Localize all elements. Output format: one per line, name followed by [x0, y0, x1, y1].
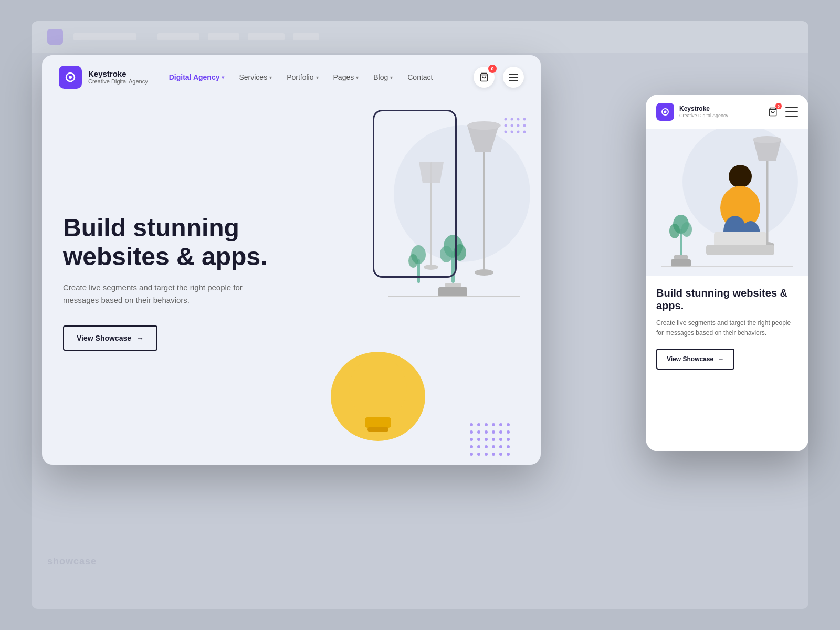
desktop-navbar: Keystroke Creative Digital Agency Digita…: [42, 55, 541, 99]
bg-showcase-text: showcase: [47, 556, 97, 567]
svg-point-5: [69, 76, 72, 79]
svg-point-49: [507, 438, 510, 441]
chevron-down-icon: ▾: [222, 75, 224, 80]
bg-nav-bar: [32, 21, 808, 52]
mobile-logo-icon: [656, 103, 674, 121]
svg-point-63: [511, 118, 513, 121]
svg-point-40: [485, 430, 488, 434]
svg-point-82: [729, 165, 752, 188]
mobile-brand-name: Keystroke: [679, 106, 728, 112]
bg-nav-item: [158, 33, 200, 40]
hero-content: Build stunning websites & apps. Create l…: [63, 213, 315, 351]
svg-point-42: [499, 430, 502, 434]
mobile-cart-button[interactable]: 0: [765, 104, 780, 119]
svg-point-39: [477, 430, 480, 434]
mobile-brand-tagline: Creative Digital Agency: [679, 113, 728, 118]
mobile-navbar: Keystroke Creative Digital Agency 0: [646, 94, 808, 129]
hero-subtitle: Create live segments and target the righ…: [63, 281, 262, 307]
svg-point-48: [499, 438, 502, 441]
svg-rect-89: [706, 245, 774, 255]
svg-point-35: [492, 423, 495, 426]
bg-nav-item: [293, 33, 319, 40]
svg-point-34: [485, 423, 488, 426]
svg-point-56: [470, 453, 473, 456]
svg-point-64: [517, 118, 520, 121]
svg-point-55: [507, 445, 510, 448]
yellow-blob: [326, 344, 425, 444]
svg-point-41: [492, 430, 495, 434]
svg-rect-94: [674, 255, 688, 259]
brand-tagline: Creative Digital Agency: [88, 78, 148, 85]
svg-point-46: [485, 438, 488, 441]
svg-point-58: [485, 453, 488, 456]
svg-rect-13: [368, 427, 388, 432]
hero-title: Build stunning websites & apps.: [63, 213, 315, 271]
nav-item-portfolio[interactable]: Portfolio ▾: [287, 73, 318, 81]
svg-rect-7: [509, 74, 518, 75]
svg-point-75: [664, 111, 667, 113]
nav-item-pages[interactable]: Pages ▾: [333, 73, 359, 81]
dot-pattern: [467, 421, 514, 459]
mobile-menu-button[interactable]: [785, 107, 798, 117]
chevron-down-icon: ▾: [269, 75, 272, 80]
mobile-hero-content: Build stunning websites & apps. Create l…: [646, 276, 808, 452]
logo-icon: [59, 66, 82, 89]
svg-point-59: [492, 453, 495, 456]
svg-point-17: [467, 121, 501, 130]
svg-point-57: [477, 453, 480, 456]
svg-point-66: [505, 124, 507, 127]
svg-point-80: [753, 136, 781, 143]
nav-item-services[interactable]: Services ▾: [239, 73, 272, 81]
svg-point-68: [517, 124, 520, 127]
nav-item-contact[interactable]: Contact: [407, 73, 433, 81]
svg-point-69: [523, 124, 526, 127]
menu-button[interactable]: [503, 67, 524, 88]
svg-point-33: [477, 423, 480, 426]
mobile-card: Keystroke Creative Digital Agency 0: [646, 94, 808, 452]
svg-point-51: [477, 445, 480, 448]
phone-frame-outline: [373, 110, 457, 278]
cart-badge: 0: [488, 65, 497, 73]
logo-text: Keystroke Creative Digital Agency: [88, 70, 148, 85]
hero-illustration: [278, 99, 541, 465]
svg-point-38: [470, 430, 473, 434]
chevron-down-icon: ▾: [390, 75, 393, 80]
nav-item-blog[interactable]: Blog ▾: [373, 73, 393, 81]
svg-point-32: [470, 423, 473, 426]
svg-point-60: [499, 453, 502, 456]
svg-point-50: [470, 445, 473, 448]
brand-name: Keystroke: [88, 70, 148, 79]
dot-pattern-2: [501, 115, 533, 143]
mobile-hero-image: [646, 129, 808, 276]
svg-point-71: [511, 131, 513, 133]
chevron-down-icon: ▾: [316, 75, 319, 80]
svg-point-92: [669, 224, 680, 238]
svg-point-18: [475, 269, 494, 276]
view-showcase-button[interactable]: View Showcase →: [63, 326, 158, 351]
svg-point-44: [470, 438, 473, 441]
svg-point-61: [507, 453, 510, 456]
mobile-nav-right: 0: [765, 104, 798, 119]
svg-point-73: [523, 131, 526, 133]
svg-point-43: [507, 430, 510, 434]
svg-point-47: [492, 438, 495, 441]
svg-point-11: [349, 357, 407, 420]
bg-nav-item: [208, 33, 239, 40]
mobile-view-showcase-button[interactable]: View Showcase →: [656, 349, 734, 370]
svg-rect-12: [365, 417, 391, 428]
cart-button[interactable]: 0: [474, 67, 495, 88]
arrow-icon: →: [136, 334, 144, 342]
mobile-logo-text: Keystroke Creative Digital Agency: [679, 106, 728, 118]
svg-point-62: [505, 118, 507, 121]
svg-rect-95: [671, 259, 691, 267]
svg-point-72: [517, 131, 520, 133]
svg-rect-26: [445, 283, 461, 287]
svg-point-67: [511, 124, 513, 127]
chevron-down-icon: ▾: [356, 75, 359, 80]
svg-rect-8: [509, 77, 518, 78]
hero-section: Build stunning websites & apps. Create l…: [42, 99, 541, 465]
svg-point-36: [499, 423, 502, 426]
bg-logo-square: [47, 29, 63, 45]
svg-point-52: [485, 445, 488, 448]
nav-item-digital-agency[interactable]: Digital Agency ▾: [169, 73, 225, 81]
